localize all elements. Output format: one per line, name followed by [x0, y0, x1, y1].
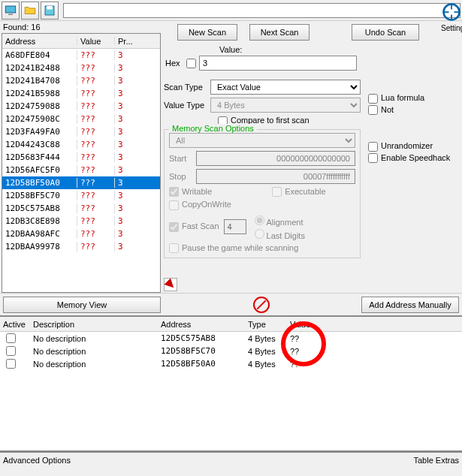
fast-scan-label: Fast Scan — [169, 221, 219, 232]
value-input[interactable] — [199, 56, 357, 71]
result-row[interactable]: 12D241B2488???3 — [2, 62, 160, 74]
not-label[interactable]: Not — [368, 105, 424, 116]
fast-scan-checkbox — [169, 222, 179, 232]
memory-scan-options-group: Memory Scan Options All Start Stop Writa… — [164, 129, 361, 259]
addr-col-value[interactable]: Value — [287, 320, 332, 329]
svg-rect-3 — [47, 6, 53, 10]
result-row[interactable]: 12D3FA49FA0???3 — [2, 125, 160, 138]
advanced-options-button[interactable]: Advanced Options — [0, 456, 71, 465]
value-label: Value: — [219, 45, 460, 54]
address-row[interactable]: No description12D58BF5C704 Bytes?? — [0, 345, 462, 357]
active-checkbox[interactable] — [6, 346, 16, 356]
not-checkbox[interactable] — [368, 105, 378, 115]
alignment-label: Alignment — [251, 213, 305, 227]
result-row[interactable]: 12D58BF50A0???3 — [2, 176, 160, 189]
clear-list-icon[interactable] — [253, 297, 270, 313]
save-icon[interactable] — [41, 2, 59, 20]
mso-title: Memory Scan Options — [169, 124, 257, 133]
hex-checkbox[interactable] — [186, 59, 196, 68]
result-row[interactable]: 12DB3C8E898???3 — [2, 215, 160, 227]
lua-formula-checkbox[interactable] — [368, 94, 378, 104]
addr-col-description[interactable]: Description — [30, 320, 158, 329]
result-row[interactable]: A68DFE804???3 — [2, 49, 160, 62]
table-extras-button[interactable]: Table Extras — [413, 456, 462, 465]
addr-col-address[interactable]: Address — [158, 320, 245, 329]
value-type-select: 4 Bytes — [210, 98, 361, 113]
start-input — [196, 151, 355, 166]
pause-game-checkbox — [169, 243, 179, 253]
copyonwrite-checkbox — [169, 200, 179, 210]
active-checkbox[interactable] — [6, 359, 16, 369]
new-scan-button[interactable]: New Scan — [177, 24, 237, 41]
svg-rect-1 — [8, 14, 13, 15]
svg-rect-0 — [5, 6, 16, 13]
result-row[interactable]: 12D241B4708???3 — [2, 74, 160, 87]
result-row[interactable]: 12D5C575AB8???3 — [2, 202, 160, 215]
next-scan-button[interactable]: Next Scan — [249, 24, 310, 41]
result-row[interactable]: 12D241B5988???3 — [2, 87, 160, 100]
result-row[interactable]: 12D2475908C???3 — [2, 113, 160, 125]
address-row[interactable]: No description12D5C575AB84 Bytes?? — [0, 332, 462, 345]
progress-bar — [63, 3, 460, 18]
add-address-manually-button[interactable]: Add Address Manually — [361, 297, 459, 313]
speedhack-checkbox[interactable] — [368, 153, 378, 163]
add-to-list-arrow-icon[interactable] — [164, 278, 177, 291]
alignment-radio — [255, 215, 264, 225]
col-header-address[interactable]: Address — [2, 37, 77, 46]
result-row[interactable]: 12D44243C88???3 — [2, 138, 160, 151]
result-row[interactable]: 12D24759088???3 — [2, 100, 160, 113]
memory-view-button[interactable]: Memory View — [3, 297, 161, 313]
folder-icon[interactable] — [21, 2, 39, 20]
address-row[interactable]: No description12D58BF50A04 Bytes?? — [0, 357, 462, 370]
unrandomizer-label[interactable]: Unrandomizer — [368, 141, 450, 152]
result-row[interactable]: 12DBAA99978???3 — [2, 240, 160, 253]
addr-col-active[interactable]: Active — [0, 320, 30, 329]
result-row[interactable]: 12D56AFC5F0???3 — [2, 164, 160, 176]
speedhack-label[interactable]: Enable Speedhack — [368, 153, 450, 164]
mso-range-select: All — [169, 133, 355, 148]
start-label: Start — [169, 154, 196, 163]
active-checkbox[interactable] — [6, 333, 16, 343]
found-count: Found: 16 — [0, 21, 162, 33]
scan-type-select[interactable]: Exact Value — [210, 80, 361, 95]
stop-label: Stop — [169, 172, 196, 181]
value-type-label: Value Type — [164, 101, 210, 110]
unrandomizer-checkbox[interactable] — [368, 142, 378, 152]
result-row[interactable]: 12D58BF5C70???3 — [2, 189, 160, 202]
executable-checkbox — [272, 187, 282, 197]
result-row[interactable]: 12D5683F444???3 — [2, 151, 160, 164]
col-header-previous[interactable]: Pr... — [115, 37, 152, 46]
last-digits-label: Last Digits — [251, 227, 305, 240]
result-row[interactable]: 12DBAA98AFC???3 — [2, 227, 160, 240]
pause-game-label: Pause the game while scanning — [169, 243, 298, 252]
addr-col-type[interactable]: Type — [245, 320, 287, 329]
copyonwrite-label: CopyOnWrite — [169, 200, 231, 210]
undo-scan-button[interactable]: Undo Scan — [352, 24, 419, 41]
scan-results-table[interactable]: Address Value Pr... A68DFE804???312D241B… — [2, 33, 161, 293]
writable-label: Writable — [169, 187, 212, 197]
lua-formula-label[interactable]: Lua formula — [368, 93, 424, 104]
address-list[interactable]: Active Description Address Type Value No… — [0, 315, 462, 452]
writable-checkbox — [169, 187, 179, 197]
executable-label: Executable — [272, 187, 325, 197]
computer-icon[interactable] — [2, 2, 20, 20]
stop-input — [196, 169, 355, 184]
scan-type-label: Scan Type — [164, 83, 210, 92]
col-header-value[interactable]: Value — [77, 37, 115, 46]
last-digits-radio — [255, 229, 264, 239]
hex-label: Hex — [165, 59, 186, 68]
fast-scan-value — [224, 219, 246, 234]
